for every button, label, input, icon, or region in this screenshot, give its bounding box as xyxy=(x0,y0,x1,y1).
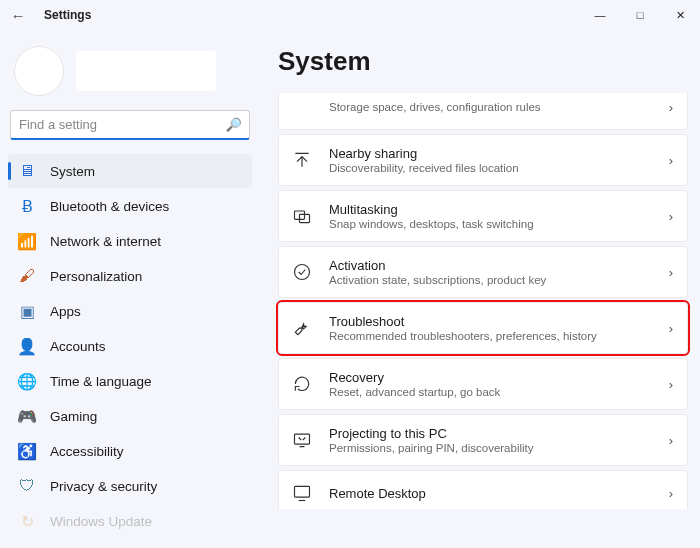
card-subtitle: Activation state, subscriptions, product… xyxy=(329,274,653,286)
search-input[interactable] xyxy=(10,110,250,140)
card-title: Remote Desktop xyxy=(329,486,653,501)
gamepad-icon: 🎮 xyxy=(18,407,36,425)
card-subtitle: Storage space, drives, configuration rul… xyxy=(329,101,653,113)
sidebar-item-label: Bluetooth & devices xyxy=(50,199,169,214)
card-title: Recovery xyxy=(329,370,653,385)
card-projecting[interactable]: Projecting to this PC Permissions, pairi… xyxy=(278,414,688,466)
wifi-icon: 📶 xyxy=(18,232,36,250)
sidebar-item-label: Accounts xyxy=(50,339,106,354)
sidebar-item-label: Privacy & security xyxy=(50,479,157,494)
shield-icon: 🛡 xyxy=(18,477,36,495)
sidebar-item-accessibility[interactable]: ♿ Accessibility xyxy=(8,434,252,468)
wrench-icon xyxy=(291,317,313,339)
card-remote-desktop[interactable]: Remote Desktop › xyxy=(278,470,688,509)
sidebar-item-label: Windows Update xyxy=(50,514,152,529)
back-icon[interactable]: ← xyxy=(10,7,26,23)
card-recovery[interactable]: Recovery Reset, advanced startup, go bac… xyxy=(278,358,688,410)
sidebar: 🔍 🖥 System Ƀ Bluetooth & devices 📶 Netwo… xyxy=(0,30,260,548)
sidebar-item-personalization[interactable]: 🖌 Personalization xyxy=(8,259,252,293)
title-bar: ← Settings — □ ✕ xyxy=(0,0,700,30)
sidebar-item-label: System xyxy=(50,164,95,179)
accessibility-icon: ♿ xyxy=(18,442,36,460)
sidebar-item-system[interactable]: 🖥 System xyxy=(8,154,252,188)
card-title: Projecting to this PC xyxy=(329,426,653,441)
project-icon xyxy=(291,429,313,451)
person-icon: 👤 xyxy=(18,337,36,355)
sidebar-item-accounts[interactable]: 👤 Accounts xyxy=(8,329,252,363)
sidebar-item-apps[interactable]: ▣ Apps xyxy=(8,294,252,328)
svg-rect-3 xyxy=(295,434,310,444)
avatar xyxy=(14,46,64,96)
sidebar-item-label: Network & internet xyxy=(50,234,161,249)
sidebar-item-label: Time & language xyxy=(50,374,152,389)
chevron-right-icon: › xyxy=(669,321,675,336)
bluetooth-icon: Ƀ xyxy=(18,197,36,215)
maximize-button[interactable]: □ xyxy=(620,0,660,30)
card-subtitle: Discoverability, received files location xyxy=(329,162,653,174)
sidebar-item-network[interactable]: 📶 Network & internet xyxy=(8,224,252,258)
chevron-right-icon: › xyxy=(669,433,675,448)
window-controls: — □ ✕ xyxy=(580,0,700,30)
profile-block[interactable] xyxy=(8,38,252,110)
svg-point-2 xyxy=(295,265,310,280)
recovery-icon xyxy=(291,373,313,395)
share-icon xyxy=(291,149,313,171)
sidebar-item-label: Apps xyxy=(50,304,81,319)
brush-icon: 🖌 xyxy=(18,267,36,285)
sidebar-item-time[interactable]: 🌐 Time & language xyxy=(8,364,252,398)
chevron-right-icon: › xyxy=(669,209,675,224)
sidebar-item-privacy[interactable]: 🛡 Privacy & security xyxy=(8,469,252,503)
search-icon: 🔍 xyxy=(226,117,242,132)
svg-rect-4 xyxy=(295,486,310,497)
sidebar-item-gaming[interactable]: 🎮 Gaming xyxy=(8,399,252,433)
card-troubleshoot[interactable]: Troubleshoot Recommended troubleshooters… xyxy=(278,302,688,354)
sidebar-item-label: Gaming xyxy=(50,409,97,424)
chevron-right-icon: › xyxy=(669,265,675,280)
card-title: Troubleshoot xyxy=(329,314,653,329)
profile-name xyxy=(76,51,216,91)
sidebar-nav: 🖥 System Ƀ Bluetooth & devices 📶 Network… xyxy=(8,154,252,538)
card-subtitle: Snap windows, desktops, task switching xyxy=(329,218,653,230)
update-icon: ↻ xyxy=(18,512,36,530)
chevron-right-icon: › xyxy=(669,153,675,168)
system-icon: 🖥 xyxy=(18,162,36,180)
card-title: Nearby sharing xyxy=(329,146,653,161)
sidebar-item-label: Personalization xyxy=(50,269,142,284)
sidebar-item-windowsupdate[interactable]: ↻ Windows Update xyxy=(8,504,252,538)
page-title: System xyxy=(278,46,688,77)
close-button[interactable]: ✕ xyxy=(660,0,700,30)
card-subtitle: Recommended troubleshooters, preferences… xyxy=(329,330,653,342)
apps-icon: ▣ xyxy=(18,302,36,320)
card-title: Multitasking xyxy=(329,202,653,217)
card-subtitle: Permissions, pairing PIN, discoverabilit… xyxy=(329,442,653,454)
chevron-right-icon: › xyxy=(669,486,675,501)
minimize-button[interactable]: — xyxy=(580,0,620,30)
card-multitasking[interactable]: Multitasking Snap windows, desktops, tas… xyxy=(278,190,688,242)
card-nearby-sharing[interactable]: Nearby sharing Discoverability, received… xyxy=(278,134,688,186)
check-circle-icon xyxy=(291,261,313,283)
card-storage[interactable]: Storage Storage space, drives, configura… xyxy=(278,93,688,130)
remote-desktop-icon xyxy=(291,482,313,504)
main-content: System Storage Storage space, drives, co… xyxy=(260,30,700,548)
sidebar-item-label: Accessibility xyxy=(50,444,124,459)
chevron-right-icon: › xyxy=(669,377,675,392)
sidebar-item-bluetooth[interactable]: Ƀ Bluetooth & devices xyxy=(8,189,252,223)
card-title: Activation xyxy=(329,258,653,273)
globe-clock-icon: 🌐 xyxy=(18,372,36,390)
settings-cards: Storage Storage space, drives, configura… xyxy=(278,93,688,509)
window-title: Settings xyxy=(44,8,91,22)
multitask-icon xyxy=(291,205,313,227)
chevron-right-icon: › xyxy=(669,100,675,115)
card-activation[interactable]: Activation Activation state, subscriptio… xyxy=(278,246,688,298)
card-subtitle: Reset, advanced startup, go back xyxy=(329,386,653,398)
